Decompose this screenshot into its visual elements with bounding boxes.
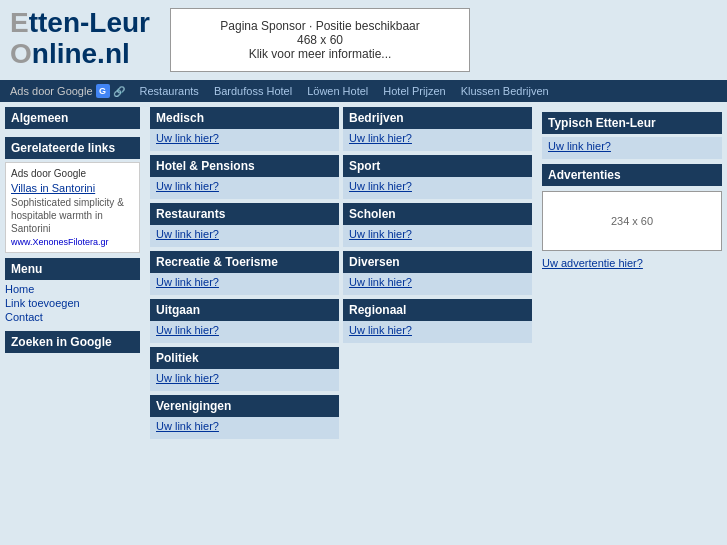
cat-uitgaan-title: Uitgaan [150,299,339,321]
right-sidebar: Typisch Etten-Leur Uw link hier? Adverte… [537,102,727,448]
cat-medisch-title: Medisch [150,107,339,129]
title-e: E [10,7,29,38]
menu-contact[interactable]: Contact [5,311,140,323]
cat-sport-link[interactable]: Uw link hier? [343,177,532,199]
cat-diversen: Diversen Uw link hier? [343,251,532,295]
main: Algemeen Gerelateerde links Ads door Goo… [0,102,727,448]
cat-politiek-title: Politiek [150,347,339,369]
menu-title: Menu [5,258,140,280]
cat-diversen-title: Diversen [343,251,532,273]
cat-regionaal-link[interactable]: Uw link hier? [343,321,532,343]
cat-restaurants-title: Restaurants [150,203,339,225]
cat-politiek: Politiek Uw link hier? [150,347,339,391]
villa-text: Sophisticated simplicity & hospitable wa… [11,196,134,235]
cat-restaurants-link[interactable]: Uw link hier? [150,225,339,247]
cat-regionaal-title: Regionaal [343,299,532,321]
nav-link-klussen[interactable]: Klussen Bedrijven [461,85,549,97]
sponsor-box[interactable]: Pagina Sponsor · Positie beschikbaar 468… [170,8,470,72]
ad-box: 234 x 60 [542,191,722,251]
cat-verenigingen: Verenigingen Uw link hier? [150,395,339,439]
menu-home[interactable]: Home [5,283,140,295]
cat-recreatie: Recreatie & Toerisme Uw link hier? [150,251,339,295]
nav-link-restaurants[interactable]: Restaurants [140,85,199,97]
cat-politiek-link[interactable]: Uw link hier? [150,369,339,391]
ads-by-google: Ads door Google G 🔗 [10,84,125,98]
menu-link-toevoegen[interactable]: Link toevoegen [5,297,140,309]
ads-label: Ads door Google [10,85,93,97]
cat-recreatie-link[interactable]: Uw link hier? [150,273,339,295]
google-icon: G [96,84,110,98]
advertenties-title: Advertenties [542,164,722,186]
villa-url: www.XenonesFilotera.gr [11,237,134,247]
cat-regionaal: Regionaal Uw link hier? [343,299,532,343]
sidebar: Algemeen Gerelateerde links Ads door Goo… [0,102,145,448]
algemeen-title: Algemeen [5,107,140,129]
site-title: Etten-Leur Online.nl [10,8,150,70]
sponsor-line3: Klik voor meer informatie... [191,47,449,61]
cat-diversen-link[interactable]: Uw link hier? [343,273,532,295]
center-content: Medisch Uw link hier? Bedrijven Uw link … [145,102,537,448]
ad-size: 234 x 60 [611,215,653,227]
google-search-title: Zoeken in Google [5,331,140,353]
cat-bedrijven: Bedrijven Uw link hier? [343,107,532,151]
typisch-title: Typisch Etten-Leur [542,112,722,134]
cat-hotel-title: Hotel & Pensions [150,155,339,177]
cat-recreatie-title: Recreatie & Toerisme [150,251,339,273]
sponsor-line2: 468 x 60 [191,33,449,47]
typisch-link[interactable]: Uw link hier? [542,137,722,159]
cat-uitgaan-link[interactable]: Uw link hier? [150,321,339,343]
title-o: O [10,38,32,69]
ad-caption[interactable]: Uw advertentie hier? [542,257,643,269]
cat-bedrijven-title: Bedrijven [343,107,532,129]
cat-hotel-link[interactable]: Uw link hier? [150,177,339,199]
cat-scholen: Scholen Uw link hier? [343,203,532,247]
nav-bar: Ads door Google G 🔗 Restaurants Bardufos… [0,80,727,102]
related-links-title: Gerelateerde links [5,137,140,159]
header: Etten-Leur Online.nl Pagina Sponsor · Po… [0,0,727,80]
cat-verenigingen-link[interactable]: Uw link hier? [150,417,339,439]
cat-scholen-title: Scholen [343,203,532,225]
external-icon: 🔗 [113,86,125,97]
cat-scholen-link[interactable]: Uw link hier? [343,225,532,247]
nav-link-bardufoss[interactable]: Bardufoss Hotel [214,85,292,97]
sidebar-ads-box: Ads door Google Villas in Santorini Soph… [5,162,140,253]
cat-restaurants: Restaurants Uw link hier? [150,203,339,247]
sponsor-line1: Pagina Sponsor · Positie beschikbaar [191,19,449,33]
cat-verenigingen-title: Verenigingen [150,395,339,417]
nav-link-lowen[interactable]: Löwen Hotel [307,85,368,97]
cat-hotel: Hotel & Pensions Uw link hier? [150,155,339,199]
cat-sport-title: Sport [343,155,532,177]
cat-bedrijven-link[interactable]: Uw link hier? [343,129,532,151]
cat-sport: Sport Uw link hier? [343,155,532,199]
villa-link[interactable]: Villas in Santorini [11,182,134,194]
nav-link-hotelprijzen[interactable]: Hotel Prijzen [383,85,445,97]
cat-uitgaan: Uitgaan Uw link hier? [150,299,339,343]
cat-medisch-link[interactable]: Uw link hier? [150,129,339,151]
cat-medisch: Medisch Uw link hier? [150,107,339,151]
sidebar-ads-label: Ads door Google [11,168,134,179]
